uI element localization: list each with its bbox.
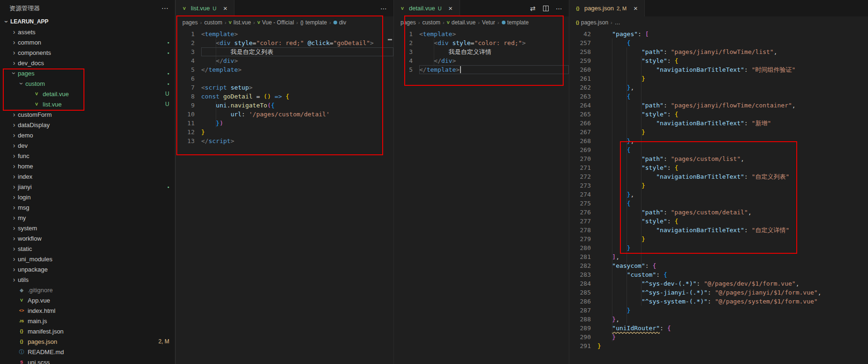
vue-icon: V [257, 20, 260, 25]
tree-item-common[interactable]: ›common● [0, 37, 175, 47]
code-line-4: 4 </div> [394, 56, 569, 65]
tree-item-assets[interactable]: ›assets [0, 27, 175, 37]
editor-scrollbar[interactable] [387, 29, 393, 364]
split-editor-icon[interactable] [541, 3, 551, 14]
tree-item-workflow[interactable]: ›workflow [0, 233, 175, 243]
tree-item-uni.scss[interactable]: Suni.scss [0, 357, 175, 364]
line-number: 10 [176, 110, 201, 119]
tree-item-label: home [18, 163, 33, 170]
line-number: 287 [569, 306, 597, 315]
tree-item-label: .gitignore [28, 287, 53, 294]
breadcrumb-item-template[interactable]: {}template [301, 19, 327, 26]
code-line-12: 12} [176, 128, 393, 136]
tree-item-demo[interactable]: ›demo [0, 130, 175, 140]
tab-pages-json[interactable]: {} pages.json 2, M × [569, 0, 645, 16]
close-icon[interactable]: × [221, 4, 229, 13]
tree-item-jianyi[interactable]: ›jianyi● [0, 182, 175, 192]
tab-list-vue[interactable]: V list.vue U × [176, 0, 234, 16]
tree-item-manifest.json[interactable]: {}manifest.json [0, 326, 175, 336]
line-text: } [597, 235, 868, 243]
close-icon[interactable]: × [631, 4, 640, 13]
tree-item-pages.json[interactable]: {}pages.json2, M [0, 336, 175, 347]
tree-item-detail.vue[interactable]: Vdetail.vueU [0, 89, 175, 99]
tree-item-pages[interactable]: ›pages● [0, 68, 175, 78]
line-number: 261 [569, 74, 597, 83]
breadcrumb-item-custom[interactable]: custom [204, 19, 222, 26]
line-number: 1 [176, 30, 201, 38]
line-number: 273 [569, 181, 597, 190]
breadcrumb-item-Vue - Official[interactable]: VVue - Official [257, 19, 294, 26]
tree-item-static[interactable]: ›static [0, 243, 175, 254]
chevron-right-icon: › [10, 276, 18, 283]
tree-item-.gitignore[interactable]: ◆.gitignore [0, 285, 175, 295]
tree-item-README.md[interactable]: ⓘREADME.md [0, 347, 175, 357]
more-actions-icon[interactable]: ⋯ [554, 3, 564, 14]
git-status-badge: U [438, 6, 442, 11]
code-line-5: 5</template> [394, 65, 569, 74]
line-text: "style": { [597, 110, 868, 119]
tree-item-login[interactable]: ›login [0, 192, 175, 202]
line-text: "path": "pages/custom/detail", [597, 208, 868, 217]
breadcrumb-item-div[interactable]: div [333, 19, 346, 26]
line-number: 7 [176, 83, 201, 92]
tree-item-customForm[interactable]: ›customForm [0, 109, 175, 120]
vscode-window: 资源管理器 ⋯ › LEARUN_APP ›assets›common●›com… [0, 0, 868, 364]
tree-item-msg[interactable]: ›msg [0, 202, 175, 212]
line-text: "uniIdRouter": { [597, 324, 868, 333]
breadcrumb-item-list.vue[interactable]: Vlist.vue [229, 19, 251, 26]
breadcrumb-item-custom[interactable]: custom [422, 19, 440, 26]
tree-item-main.js[interactable]: JSmain.js [0, 316, 175, 326]
line-number: 284 [569, 279, 597, 288]
compare-changes-icon[interactable]: ⇄ [528, 3, 538, 14]
tree-item-custom[interactable]: ›custom● [0, 78, 175, 89]
breadcrumb-item-pages[interactable]: pages [182, 19, 198, 26]
close-icon[interactable]: × [446, 4, 455, 13]
editor-pane-detail-vue: V detail.vue U × ⇄ ⋯ pages›custom›Vdetai… [393, 0, 569, 364]
code-editor-list-vue[interactable]: 1<template>2 <div style="color: red;" @c… [176, 29, 393, 364]
tree-item-index[interactable]: ›index [0, 171, 175, 182]
tree-root-learun-app[interactable]: › LEARUN_APP [0, 16, 175, 27]
more-actions-icon[interactable]: ⋯ [161, 4, 168, 13]
code-line-288: 288 }, [569, 315, 868, 324]
breadcrumb-item-template[interactable]: template [502, 19, 529, 26]
breadcrumb-item-detail.vue[interactable]: Vdetail.vue [447, 19, 476, 26]
breadcrumb-item-Vetur[interactable]: Vetur [482, 19, 495, 26]
breadcrumb-item-pages[interactable]: pages [400, 19, 416, 26]
more-actions-icon[interactable]: ⋯ [378, 3, 389, 14]
tree-item-list.vue[interactable]: Vlist.vueU [0, 99, 175, 109]
line-number: 12 [176, 128, 201, 136]
line-number: 263 [569, 92, 597, 101]
tree-item-utils[interactable]: ›utils [0, 274, 175, 285]
explorer-sidebar: 资源管理器 ⋯ › LEARUN_APP ›assets›common●›com… [0, 0, 175, 364]
tree-item-index.html[interactable]: <>index.html [0, 305, 175, 316]
code-line-2: 2 <div style="color: red;" @click="goDet… [176, 38, 393, 47]
line-text: </template> [419, 65, 569, 74]
tree-item-components[interactable]: ›components● [0, 47, 175, 58]
line-text: } [597, 243, 868, 252]
code-editor-detail-vue[interactable]: 1<template>2 <div style="color: red;">3 … [394, 29, 569, 364]
tree-item-system[interactable]: ›system [0, 223, 175, 233]
tree-item-dev[interactable]: ›dev [0, 140, 175, 151]
tabbar: V detail.vue U × ⇄ ⋯ [394, 0, 569, 16]
breadcrumb-item-pages.json[interactable]: {}pages.json [576, 19, 608, 26]
line-number: 265 [569, 110, 597, 119]
tree-item-dev_docs[interactable]: ›dev_docs [0, 58, 175, 68]
tree-item-uni_modules[interactable]: ›uni_modules [0, 254, 175, 264]
line-text: "navigationBarTitleText": "自定义列表" [597, 172, 868, 181]
js-file-icon: JS [18, 319, 25, 323]
tree-item-my[interactable]: ›my [0, 212, 175, 223]
tab-detail-vue[interactable]: V detail.vue U × [394, 0, 460, 16]
chevron-right-icon: › [10, 39, 18, 46]
line-text: uni.navigateTo({ [201, 101, 393, 110]
code-line-277: 277 "style": { [569, 217, 868, 226]
line-text: }) [201, 119, 393, 128]
code-editor-pages-json[interactable]: 42 "pages": [257 {258 "path": "pages/jia… [569, 29, 868, 364]
tree-item-home[interactable]: ›home [0, 161, 175, 171]
chevron-right-icon: › [10, 29, 18, 35]
tree-item-dataDisplay[interactable]: ›dataDisplay [0, 120, 175, 130]
chevron-right-icon: › [10, 245, 18, 252]
breadcrumb-item-…[interactable]: … [615, 19, 620, 26]
tree-item-unpackage[interactable]: ›unpackage [0, 264, 175, 274]
tree-item-func[interactable]: ›func [0, 151, 175, 161]
tree-item-App.vue[interactable]: VApp.vue [0, 295, 175, 305]
